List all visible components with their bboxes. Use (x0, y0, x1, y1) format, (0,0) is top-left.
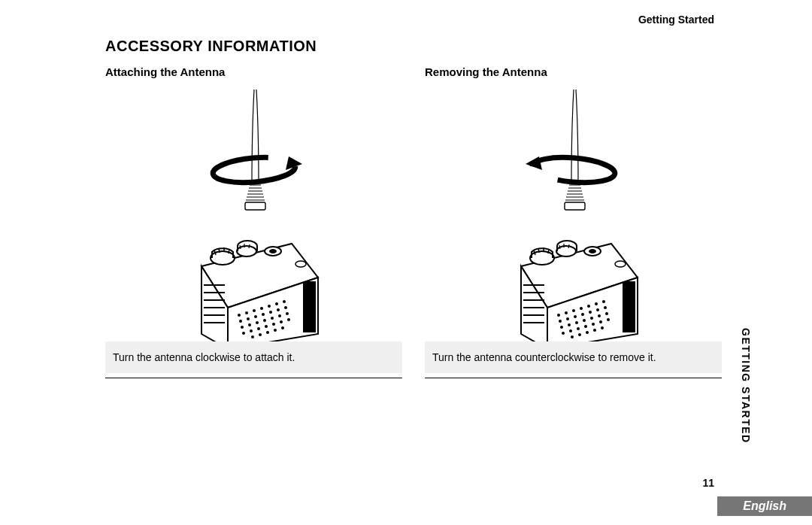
svg-point-15 (239, 320, 242, 323)
svg-point-4 (237, 246, 256, 256)
svg-point-54 (587, 305, 590, 308)
svg-point-28 (286, 312, 289, 315)
svg-point-50 (557, 314, 560, 317)
svg-point-9 (245, 311, 248, 314)
svg-point-20 (277, 308, 280, 311)
radio-remove-illustration (461, 86, 686, 341)
left-rule (105, 378, 402, 378)
radio-attach-illustration (141, 86, 367, 341)
svg-point-60 (581, 313, 584, 316)
page-number: 11 (702, 477, 714, 489)
running-head: Getting Started (638, 14, 714, 26)
section-heading: ACCESSORY INFORMATION (105, 38, 722, 55)
svg-point-62 (596, 308, 599, 311)
right-caption-text: Turn the antenna counterclockwise to rem… (432, 351, 656, 363)
svg-point-14 (283, 300, 286, 303)
svg-point-19 (269, 311, 272, 314)
svg-point-61 (589, 311, 592, 314)
svg-point-58 (566, 317, 569, 320)
svg-point-63 (604, 306, 607, 309)
svg-point-39 (274, 329, 277, 332)
svg-point-64 (560, 326, 563, 329)
svg-point-33 (272, 323, 275, 326)
manual-page: Getting Started ACCESSORY INFORMATION At… (0, 0, 812, 525)
svg-point-13 (275, 302, 278, 305)
svg-point-34 (280, 320, 283, 323)
right-caption: Turn the antenna counterclockwise to rem… (425, 341, 722, 373)
svg-point-48 (589, 249, 596, 253)
svg-point-18 (262, 313, 265, 316)
language-tab: English (717, 496, 812, 516)
attach-antenna-figure (105, 86, 402, 341)
svg-point-55 (595, 302, 598, 305)
svg-point-75 (592, 323, 595, 326)
left-sub-heading: Attaching the Antenna (105, 65, 402, 78)
svg-point-59 (574, 315, 577, 318)
svg-point-82 (601, 326, 604, 329)
svg-point-26 (271, 317, 274, 320)
svg-point-70 (605, 312, 608, 315)
svg-point-40 (281, 326, 284, 329)
svg-point-27 (278, 314, 281, 317)
svg-point-71 (562, 332, 565, 335)
svg-point-52 (572, 309, 575, 312)
svg-point-56 (602, 300, 605, 303)
svg-point-25 (263, 319, 266, 322)
svg-point-45 (530, 251, 554, 265)
svg-point-74 (584, 325, 587, 328)
svg-point-1 (211, 154, 295, 185)
svg-point-7 (295, 261, 306, 267)
svg-point-79 (578, 333, 581, 336)
left-caption-text: Turn the antenna clockwise to attach it. (113, 351, 295, 363)
svg-point-69 (598, 314, 601, 317)
left-column: Attaching the Antenna (105, 65, 402, 380)
svg-point-32 (265, 325, 268, 328)
right-column: Removing the Antenna (425, 65, 722, 380)
svg-point-36 (251, 335, 254, 338)
side-tab: GETTING STARTED (740, 328, 752, 444)
svg-point-72 (569, 329, 572, 332)
svg-point-21 (284, 306, 287, 309)
svg-point-43 (531, 154, 615, 185)
svg-point-65 (568, 323, 571, 326)
svg-point-76 (599, 320, 602, 323)
svg-point-35 (287, 318, 290, 321)
svg-point-67 (583, 319, 586, 322)
svg-point-46 (556, 246, 576, 256)
svg-point-30 (250, 329, 253, 332)
svg-point-51 (565, 311, 568, 314)
svg-point-78 (571, 335, 574, 338)
svg-point-23 (248, 323, 251, 326)
svg-point-49 (615, 261, 626, 267)
svg-point-66 (575, 321, 578, 324)
svg-point-24 (256, 321, 259, 324)
svg-point-10 (253, 309, 256, 312)
remove-antenna-figure (425, 86, 722, 341)
svg-point-57 (559, 320, 562, 323)
svg-point-29 (242, 332, 245, 335)
left-caption: Turn the antenna clockwise to attach it. (105, 341, 402, 373)
svg-rect-83 (623, 281, 635, 332)
svg-point-68 (590, 317, 593, 320)
svg-point-17 (254, 315, 257, 318)
two-column-layout: Attaching the Antenna (105, 65, 722, 380)
svg-point-81 (593, 329, 596, 332)
svg-point-12 (268, 305, 271, 308)
svg-point-6 (269, 249, 277, 253)
svg-point-37 (259, 333, 262, 336)
svg-point-11 (260, 307, 263, 310)
svg-point-8 (238, 314, 241, 317)
svg-point-31 (257, 327, 260, 330)
svg-point-73 (577, 327, 580, 330)
svg-point-16 (247, 317, 250, 320)
svg-rect-0 (245, 202, 265, 210)
svg-point-3 (211, 251, 235, 265)
svg-point-80 (586, 331, 589, 334)
svg-point-77 (607, 318, 610, 321)
svg-rect-42 (565, 202, 585, 210)
right-rule (425, 378, 722, 378)
svg-point-22 (241, 326, 244, 329)
svg-rect-41 (303, 281, 316, 332)
svg-point-38 (266, 331, 269, 334)
svg-point-53 (580, 307, 583, 310)
